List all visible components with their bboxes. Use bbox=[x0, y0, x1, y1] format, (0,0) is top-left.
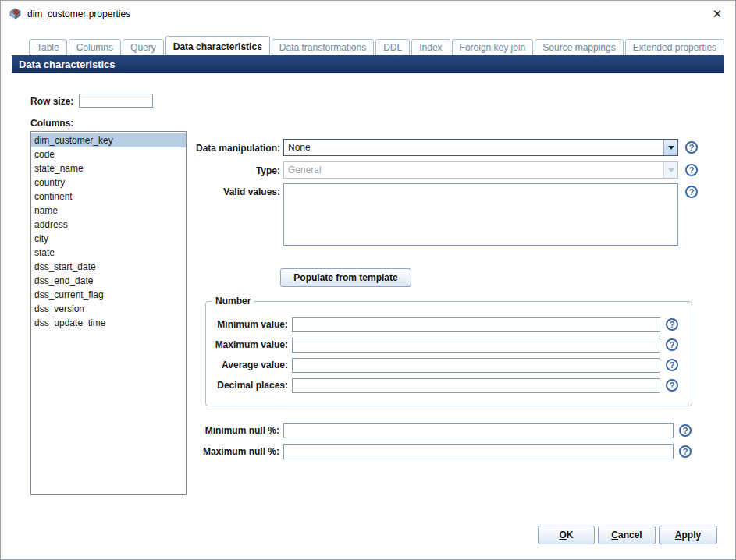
help-icon[interactable]: ? bbox=[666, 359, 678, 371]
number-field-row: Average value:? bbox=[206, 358, 692, 374]
ok-button[interactable]: OK bbox=[538, 526, 595, 544]
field-label: Minimum null %: bbox=[188, 425, 279, 436]
number-group: Number Minimum value:?Maximum value:?Ave… bbox=[205, 296, 692, 406]
null-percent-row: Maximum null %:? bbox=[188, 444, 703, 461]
number-field-row: Maximum value:? bbox=[206, 338, 692, 353]
number-group-rows: Minimum value:?Maximum value:?Average va… bbox=[206, 307, 692, 406]
number-group-legend: Number bbox=[212, 296, 254, 307]
help-icon[interactable]: ? bbox=[679, 445, 692, 458]
tab-query[interactable]: Query bbox=[123, 39, 164, 55]
tab-extended-properties[interactable]: Extended properties bbox=[625, 39, 724, 55]
list-item[interactable]: dss_start_date bbox=[31, 260, 186, 274]
tab-index[interactable]: Index bbox=[411, 39, 450, 55]
chevron-down-icon bbox=[663, 162, 677, 178]
field-label: Maximum value: bbox=[206, 339, 288, 350]
valid-values-textarea[interactable] bbox=[283, 183, 678, 246]
valid-values-label: Valid values: bbox=[188, 186, 280, 197]
list-item[interactable]: dim_customer_key bbox=[31, 133, 186, 147]
row-size-input[interactable] bbox=[79, 94, 153, 108]
apply-button[interactable]: Apply bbox=[659, 526, 717, 544]
list-item[interactable]: continent bbox=[31, 190, 186, 204]
cancel-button[interactable]: Cancel bbox=[598, 526, 656, 544]
section-header: Data characteristics bbox=[12, 55, 724, 73]
tab-data-transformations[interactable]: Data transformations bbox=[272, 39, 374, 55]
data-manipulation-label: Data manipulation: bbox=[188, 143, 280, 154]
type-select: General bbox=[283, 161, 678, 179]
dialog-window: dim_customer properties ✕ TableColumnsQu… bbox=[0, 0, 736, 560]
chevron-down-icon bbox=[663, 140, 677, 155]
field-label: Average value: bbox=[206, 360, 288, 370]
type-value: General bbox=[284, 165, 663, 175]
data-manipulation-value: None bbox=[284, 142, 663, 153]
help-icon[interactable]: ? bbox=[685, 164, 698, 176]
help-icon[interactable]: ? bbox=[685, 186, 698, 198]
list-item[interactable]: dss_end_date bbox=[31, 274, 186, 288]
field-input[interactable] bbox=[292, 338, 660, 353]
list-item[interactable]: name bbox=[31, 204, 186, 218]
list-item[interactable]: dss_update_time bbox=[31, 316, 186, 330]
list-item[interactable]: city bbox=[31, 232, 186, 246]
field-input[interactable] bbox=[292, 358, 660, 373]
title-bar: dim_customer properties ✕ bbox=[1, 1, 735, 27]
columns-label: Columns: bbox=[30, 118, 73, 129]
tab-data-characteristics[interactable]: Data characteristics bbox=[165, 36, 270, 55]
tab-foreign-key-join[interactable]: Foreign key join bbox=[452, 39, 534, 55]
populate-from-template-button[interactable]: Populate from template bbox=[280, 268, 411, 287]
field-input[interactable] bbox=[292, 317, 660, 332]
number-field-row: Minimum value:? bbox=[206, 317, 692, 333]
tab-source-mappings[interactable]: Source mappings bbox=[535, 39, 623, 55]
tab-columns[interactable]: Columns bbox=[69, 39, 121, 55]
type-label: Type: bbox=[188, 165, 280, 176]
tab-ddl[interactable]: DDL bbox=[375, 39, 410, 55]
list-item[interactable]: dss_current_flag bbox=[31, 288, 186, 302]
list-item[interactable]: code bbox=[31, 147, 186, 161]
list-item[interactable]: state bbox=[31, 246, 186, 260]
null-percent-row: Minimum null %:? bbox=[188, 423, 703, 440]
app-icon bbox=[9, 7, 22, 20]
tab-strip: TableColumnsQueryData characteristicsDat… bbox=[29, 35, 727, 55]
list-item[interactable]: country bbox=[31, 175, 186, 190]
help-icon[interactable]: ? bbox=[666, 338, 678, 351]
help-icon[interactable]: ? bbox=[679, 424, 692, 437]
help-icon[interactable]: ? bbox=[685, 141, 698, 154]
field-label: Minimum value: bbox=[206, 319, 288, 330]
list-item[interactable]: dss_version bbox=[31, 302, 186, 316]
list-item[interactable]: state_name bbox=[31, 161, 186, 175]
row-size-label: Row size: bbox=[30, 96, 73, 107]
columns-list[interactable]: dim_customer_keycodestate_namecountrycon… bbox=[30, 131, 187, 495]
field-label: Decimal places: bbox=[206, 380, 288, 391]
close-icon[interactable]: ✕ bbox=[709, 6, 725, 22]
field-input[interactable] bbox=[283, 423, 674, 438]
field-input[interactable] bbox=[283, 444, 674, 459]
number-field-row: Decimal places:? bbox=[206, 378, 692, 394]
null-percent-rows: Minimum null %:?Maximum null %:? bbox=[188, 423, 703, 468]
tab-table[interactable]: Table bbox=[29, 39, 67, 55]
data-manipulation-select[interactable]: None bbox=[283, 139, 678, 156]
help-icon[interactable]: ? bbox=[666, 379, 678, 392]
field-input[interactable] bbox=[292, 378, 660, 393]
window-title: dim_customer properties bbox=[27, 9, 130, 19]
list-item[interactable]: address bbox=[31, 218, 186, 232]
field-label: Maximum null %: bbox=[188, 446, 279, 457]
help-icon[interactable]: ? bbox=[666, 318, 678, 331]
